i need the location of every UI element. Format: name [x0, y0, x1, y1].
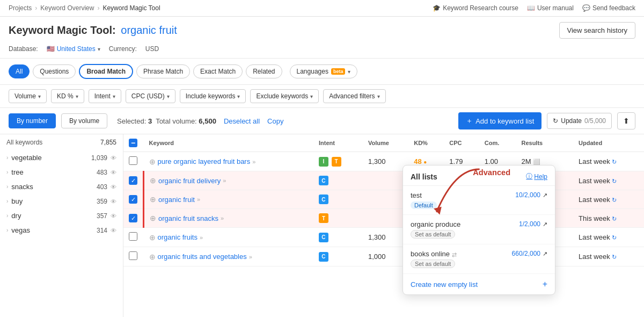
list-badge-set-default[interactable]: Set as default	[411, 230, 455, 239]
chevron-down-icon: ▾	[38, 93, 41, 99]
eye-icon[interactable]: 👁	[111, 184, 116, 190]
currency-label: Currency:	[109, 45, 137, 53]
include-keywords-filter[interactable]: Include keywords ▾	[180, 89, 246, 103]
keyword-link[interactable]: pure organic layered fruit bars	[158, 157, 251, 165]
external-link-icon[interactable]: ↗	[543, 192, 547, 199]
sidebar-item-dry[interactable]: › dry 357 👁	[0, 208, 123, 223]
create-new-label: Create new empty list	[411, 280, 478, 289]
eye-icon[interactable]: 👁	[111, 198, 116, 205]
row-checkbox[interactable]: ✓	[129, 214, 137, 222]
list-item-test[interactable]: test Default 10/2,000 ↗	[403, 186, 555, 215]
cpc-filter[interactable]: CPC (USD) ▾	[126, 89, 175, 103]
sidebar-item-label: vegetable	[11, 154, 41, 162]
keyword-research-link[interactable]: 🎓 Keyword Research course	[433, 4, 518, 12]
volume-cell: 1,300	[363, 228, 408, 247]
eye-icon[interactable]: 👁	[111, 169, 116, 176]
help-link[interactable]: ⓘ Help	[526, 172, 547, 181]
by-volume-button[interactable]: By volume	[61, 113, 107, 128]
breadcrumb-sep2: ›	[97, 4, 99, 12]
tab-exact-match[interactable]: Exact Match	[193, 64, 243, 78]
keyword-link[interactable]: organic fruits and vegetables	[158, 253, 247, 261]
sidebar-item-tree[interactable]: › tree 483 👁	[0, 165, 123, 179]
toolbar-row: By number By volume Selected: 3 Total vo…	[0, 108, 644, 134]
keyword-link[interactable]: organic fruit	[158, 196, 195, 204]
sidebar-item-vegas[interactable]: › vegas 314 👁	[0, 223, 123, 237]
breadcrumb-projects[interactable]: Projects	[9, 4, 32, 12]
tab-related[interactable]: Related	[246, 64, 282, 78]
export-button[interactable]: ⬆	[617, 112, 635, 129]
table-row: ✓ ⊕ organic fruit snacks » T	[123, 209, 644, 228]
volume-filter[interactable]: Volume ▾	[9, 89, 47, 103]
country-selector[interactable]: 🇺🇸 United States ▾	[47, 45, 100, 53]
tab-questions[interactable]: Questions	[33, 64, 76, 78]
external-link-icon[interactable]: ↗	[543, 221, 547, 228]
external-link-icon[interactable]: ↗	[543, 250, 547, 257]
row-checkbox[interactable]	[129, 251, 137, 260]
intent-filter[interactable]: Intent ▾	[89, 89, 121, 103]
sidebar-title: All keywords	[6, 139, 42, 146]
user-manual-link[interactable]: 📖 User manual	[527, 4, 574, 12]
arrows-icon: »	[221, 215, 224, 221]
row-checkbox[interactable]: ✓	[129, 195, 137, 204]
volume-cell	[363, 171, 408, 190]
intent-badge-c: C	[319, 176, 328, 185]
advanced-filters[interactable]: Advanced filters ▾	[323, 89, 385, 103]
chevron-down-icon: ▾	[377, 93, 380, 99]
list-item-organic-produce[interactable]: organic produce Set as default 1/2,000 ↗	[403, 215, 555, 244]
export-icon: ⬆	[623, 117, 630, 125]
languages-button[interactable]: Languages beta ▾	[290, 64, 358, 78]
keyword-link[interactable]: organic fruit delivery	[158, 177, 221, 185]
database-row: Database: 🇺🇸 United States ▾ Currency: U…	[0, 43, 644, 59]
plus-circle-icon: ⊕	[150, 176, 156, 185]
chevron-right-icon: ›	[6, 227, 8, 233]
list-item-books-online[interactable]: books online ⇄ Set as default 660/2,000 …	[403, 244, 555, 274]
keyword-link[interactable]: organic fruits	[158, 233, 197, 241]
plus-circle-icon: ⊕	[149, 253, 156, 261]
tab-phrase-match[interactable]: Phrase Match	[136, 64, 190, 78]
sidebar-item-vegetable[interactable]: › vegetable 1,039 👁	[0, 150, 123, 165]
eye-icon[interactable]: 👁	[111, 213, 116, 219]
graduation-icon: 🎓	[433, 4, 441, 12]
sidebar-item-count: 1,039	[91, 154, 107, 162]
refresh-icon: ↻	[612, 197, 617, 203]
tab-broad-match[interactable]: Broad Match	[79, 64, 133, 79]
sidebar-item-snacks[interactable]: › snacks 403 👁	[0, 179, 123, 194]
th-intent: Intent	[313, 134, 363, 152]
view-history-button[interactable]: View search history	[559, 22, 635, 39]
tab-all[interactable]: All	[9, 64, 30, 78]
arrows-icon: »	[200, 234, 203, 241]
feedback-icon: 💬	[582, 4, 590, 12]
select-all-checkbox[interactable]: −	[129, 139, 137, 147]
chevron-down-icon: ▾	[310, 93, 313, 99]
update-button[interactable]: ↻ Update 0/5,000	[547, 113, 612, 129]
create-new-list-row[interactable]: Create new empty list +	[403, 274, 555, 294]
list-badge-set-default[interactable]: Set as default	[411, 260, 455, 268]
kd-filter[interactable]: KD % ▾	[51, 89, 84, 103]
refresh-icon: ↻	[553, 117, 558, 125]
deselect-all-link[interactable]: Deselect all	[224, 117, 260, 125]
plus-circle-icon: ⊕	[149, 233, 156, 242]
row-checkbox[interactable]	[129, 232, 137, 241]
volume-cell	[363, 190, 408, 209]
row-checkbox[interactable]: ✓	[129, 176, 137, 185]
keyword-link[interactable]: organic fruit snacks	[158, 214, 218, 222]
eye-icon[interactable]: 👁	[111, 227, 116, 234]
book-icon: 📖	[527, 4, 535, 12]
dropdown-title: All lists	[411, 172, 437, 181]
th-updated: Updated	[573, 134, 644, 152]
breadcrumb-keyword-overview[interactable]: Keyword Overview	[40, 4, 94, 12]
volume-cell: 1,000	[363, 247, 408, 266]
sidebar-item-label: dry	[11, 212, 21, 220]
sidebar-item-count: 359	[97, 198, 107, 205]
eye-icon[interactable]: 👁	[111, 155, 116, 161]
sidebar-item-buy[interactable]: › buy 359 👁	[0, 194, 123, 208]
update-count: 0/5,000	[584, 117, 606, 125]
by-number-button[interactable]: By number	[9, 113, 56, 128]
chevron-down-icon: ▾	[237, 93, 240, 99]
row-checkbox[interactable]	[129, 156, 137, 165]
list-count: 660/2,000	[512, 250, 540, 257]
exclude-keywords-filter[interactable]: Exclude keywords ▾	[250, 89, 319, 103]
copy-link[interactable]: Copy	[267, 117, 283, 125]
send-feedback-button[interactable]: 💬 Send feedback	[582, 4, 635, 12]
add-to-keyword-list-button[interactable]: ＋ Add to keyword list	[458, 112, 541, 129]
